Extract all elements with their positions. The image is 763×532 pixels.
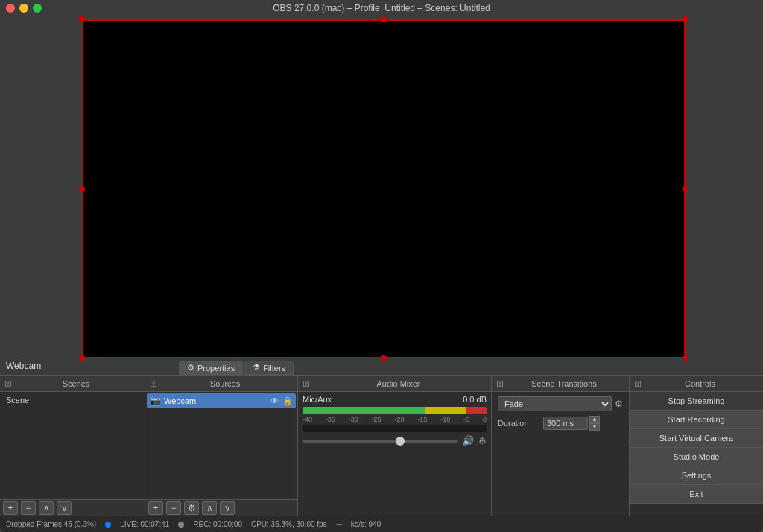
cpu-info: CPU: 35.3%, 30.00 fps <box>251 520 327 528</box>
source-settings-button[interactable]: ⚙ <box>184 501 199 515</box>
audio-title: Audio Mixer <box>376 379 420 388</box>
start-virtual-camera-button[interactable]: Start Virtual Camera <box>630 429 763 448</box>
start-recording-button[interactable]: Start Recording <box>630 411 763 429</box>
duration-label: Duration <box>498 419 539 428</box>
kb-value: kb/s: 940 <box>351 520 382 528</box>
handle-mr[interactable] <box>683 186 688 192</box>
settings-label: Settings <box>682 471 712 480</box>
stop-streaming-label: Stop Streaming <box>668 396 725 405</box>
audio-expand-icon: ⊞ <box>303 379 310 389</box>
meter-labels: -40 -35 -30 -25 -20 -15 -10 -5 0 <box>300 416 490 423</box>
sources-panel: ⊞ Sources 📷 Webcam 👁 🔒 + − ⚙ ∧ ∨ <box>145 376 298 516</box>
transition-select[interactable]: Fade Cut <box>498 396 612 411</box>
volume-thumb[interactable] <box>396 437 405 446</box>
controls-panel: ⊞ Controls Stop Streaming Start Recordin… <box>630 376 763 516</box>
move-source-up-button[interactable]: ∧ <box>202 501 217 515</box>
traffic-lights <box>6 4 42 13</box>
audio-controls: 🔊 ⚙ <box>300 434 490 448</box>
scenes-list: Scene <box>0 392 145 499</box>
remove-source-button[interactable]: − <box>166 501 181 515</box>
maximize-button[interactable] <box>33 4 42 13</box>
handle-br[interactable] <box>683 355 688 361</box>
duration-row: Duration 300 ms ▲ ▼ <box>493 414 627 432</box>
add-scene-button[interactable]: + <box>3 501 18 515</box>
live-time: LIVE: 00:07:41 <box>120 520 169 528</box>
audio-source-name: Mic/Aux <box>303 395 332 404</box>
camera-icon: 📷 <box>150 396 161 406</box>
duration-down-button[interactable]: ▼ <box>589 423 600 431</box>
scene-item[interactable]: Scene <box>1 393 143 407</box>
dropped-frames: Dropped Frames 45 (0.3%) <box>6 520 96 528</box>
scenes-panel: ⊞ Scenes Scene + − ∧ ∨ <box>0 376 145 516</box>
live-dot <box>105 522 111 528</box>
handle-tl[interactable] <box>79 16 85 22</box>
minimize-button[interactable] <box>19 4 28 13</box>
handle-bc[interactable] <box>381 355 387 361</box>
scene-transitions-panel: ⊞ Scene Transitions Fade Cut ⚙ Duration … <box>492 376 630 516</box>
sources-header: ⊞ Sources <box>145 376 297 392</box>
panel-tabs: ⚙ Properties ⚗ Filters <box>0 361 294 375</box>
tab-filters[interactable]: ⚗ Filters <box>244 361 294 375</box>
preview-canvas[interactable] <box>82 19 686 358</box>
transition-gear-icon[interactable]: ⚙ <box>615 399 623 409</box>
audio-source-row: Mic/Aux 0.0 dB <box>300 393 490 405</box>
sources-toolbar: + − ⚙ ∧ ∨ <box>145 499 297 516</box>
stop-streaming-button[interactable]: Stop Streaming <box>630 392 763 411</box>
titlebar: OBS 27.0.0 (mac) – Profile: Untitled – S… <box>0 0 763 16</box>
remove-scene-button[interactable]: − <box>21 501 36 515</box>
meter-green <box>303 407 425 414</box>
sources-list: 📷 Webcam 👁 🔒 <box>145 392 297 499</box>
audio-meter <box>303 407 487 414</box>
duration-up-button[interactable]: ▲ <box>589 416 600 423</box>
controls-title: Controls <box>685 379 715 388</box>
exit-button[interactable]: Exit <box>630 485 763 504</box>
speaker-icon[interactable]: 🔊 <box>462 435 474 446</box>
move-scene-down-button[interactable]: ∨ <box>57 501 72 515</box>
tab-filters-label: Filters <box>263 364 285 373</box>
move-scene-up-button[interactable]: ∧ <box>39 501 54 515</box>
duration-input[interactable]: 300 ms <box>543 417 588 430</box>
transitions-expand-icon: ⊞ <box>496 379 504 389</box>
handle-tr[interactable] <box>683 16 688 22</box>
kb-box <box>336 524 342 525</box>
scenes-expand-icon: ⊞ <box>4 379 12 389</box>
transitions-header: ⊞ Scene Transitions <box>492 376 629 392</box>
audio-content: Mic/Aux 0.0 dB -40 -35 -30 -25 -20 -15 -… <box>298 392 491 516</box>
exit-label: Exit <box>689 490 703 498</box>
sources-expand-icon: ⊞ <box>150 379 157 389</box>
statusbar: Dropped Frames 45 (0.3%) LIVE: 00:07:41 … <box>0 516 763 532</box>
scenes-toolbar: + − ∧ ∨ <box>0 499 145 516</box>
settings-button[interactable]: Settings <box>630 466 763 485</box>
transitions-title: Scene Transitions <box>531 379 596 388</box>
add-source-button[interactable]: + <box>148 501 163 515</box>
handle-tc[interactable] <box>381 16 387 22</box>
meter-empty <box>303 425 487 432</box>
handle-ml[interactable] <box>79 186 85 192</box>
scenes-title: Scenes <box>63 379 90 388</box>
filter-icon: ⚗ <box>253 363 260 373</box>
window-title: OBS 27.0.0 (mac) – Profile: Untitled – S… <box>273 3 490 13</box>
audio-meter-2 <box>303 425 487 432</box>
lock-icon[interactable]: 🔒 <box>282 396 293 406</box>
duration-spinner: ▲ ▼ <box>589 416 600 431</box>
move-source-down-button[interactable]: ∨ <box>220 501 235 515</box>
start-virtual-label: Start Virtual Camera <box>659 434 733 443</box>
meter-red <box>466 407 487 414</box>
eye-icon[interactable]: 👁 <box>270 396 279 406</box>
audio-db-value: 0.0 dB <box>463 395 487 404</box>
audio-mixer-panel: ⊞ Audio Mixer Mic/Aux 0.0 dB -40 -35 -30 <box>298 376 492 516</box>
rec-dot <box>178 522 184 528</box>
source-item-webcam[interactable]: 📷 Webcam 👁 🔒 <box>147 393 296 408</box>
sources-title: Sources <box>210 379 240 388</box>
preview-container <box>82 19 686 358</box>
controls-buttons: Stop Streaming Start Recording Start Vir… <box>630 392 763 516</box>
meter-yellow <box>425 407 466 414</box>
transition-type-row: Fade Cut ⚙ <box>493 393 627 414</box>
close-button[interactable] <box>6 4 15 13</box>
tab-properties[interactable]: ⚙ Properties <box>179 361 243 375</box>
volume-slider[interactable] <box>303 440 458 443</box>
audio-gear-icon[interactable]: ⚙ <box>478 436 487 446</box>
controls-header: ⊞ Controls <box>630 376 763 392</box>
source-label: Webcam <box>164 396 196 405</box>
studio-mode-button[interactable]: Studio Mode <box>630 448 763 466</box>
